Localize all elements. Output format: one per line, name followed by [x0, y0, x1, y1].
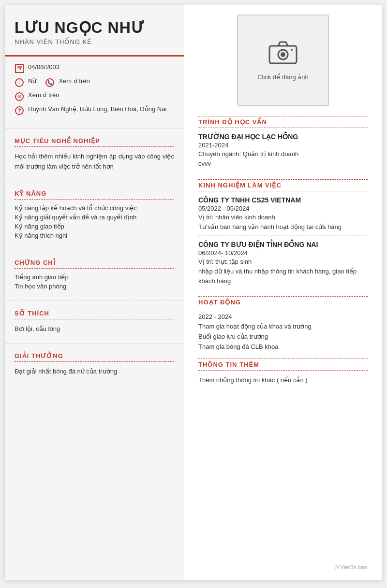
muc-tieu-text: Học hỏi thêm nhiều kinh nghiệm áp dụng v… — [15, 152, 174, 172]
address-icon: 📍 — [15, 106, 24, 115]
personal-info: 📅 04/08/2003 ♀ Nữ 📞 Xem ở trên ✉ Xem ở t… — [5, 57, 184, 124]
camera-icon — [268, 40, 298, 70]
dob-row: 📅 04/08/2003 — [15, 63, 174, 73]
so-thich-section: SỞ THÍCH Bơi lội, cầu lông — [5, 305, 184, 339]
job-1-desc: Tư vấn bán hàng vận hành hoạt động tại c… — [198, 222, 368, 232]
activity-3: Tham gia bóng đá CLB khoa — [198, 342, 368, 352]
giai-thuong-section: GIẢI THƯỞNG Đạt giải nhất bóng đá nữ của… — [5, 347, 184, 382]
giai-thuong-title: GIẢI THƯỞNG — [15, 352, 174, 362]
job-1-dates: 05/2022 - 05/2024 — [198, 205, 368, 212]
school-name: TRƯỜNG ĐẠI HỌC LẠC HỒNG — [198, 133, 368, 141]
activity-list: Tham gia hoạt động của khoa và trường Bu… — [198, 322, 368, 352]
skill-3: Kỹ năng giao tiếp — [15, 223, 174, 230]
school-note: cvvv — [198, 159, 368, 169]
thong-tin-text: Thêm những thông tin khác ( nếu cần ) — [198, 375, 368, 385]
kinh-nghiem-section: KINH NGHIỆM LÀM VIỆC CÔNG TY TNHH CS25 V… — [198, 179, 368, 290]
activity-1: Tham gia hoạt động của khoa và trường — [198, 322, 368, 332]
job-2-desc: nhập dữ liệu và thu nhập thông tin khách… — [198, 267, 368, 286]
candidate-name: LƯU NGỌC NHƯ — [15, 19, 174, 36]
so-thich-title: SỞ THÍCH — [15, 310, 174, 319]
calendar-icon: 📅 — [15, 64, 24, 73]
muc-tieu-section: MỤC TIÊU NGHỀ NGHIỆP Học hỏi thêm nhiều … — [5, 132, 184, 177]
hoat-dong-section: HOẠT ĐỘNG 2022 - 2024 Tham gia hoạt động… — [198, 296, 368, 352]
cert-1: Tiếng anh giao tiếp — [15, 273, 174, 281]
ky-nang-section: KỸ NĂNG Kỹ năng lập kế hoạch và tổ chức … — [5, 185, 184, 246]
job-title: NHÂN VIÊN THỐNG KÊ — [15, 38, 174, 45]
company-2-name: CÔNG TY BƯU ĐIỆN TỈNH ĐỒNG NAI — [198, 241, 368, 248]
job-2: CÔNG TY BƯU ĐIỆN TỈNH ĐỒNG NAI 06/2024- … — [198, 241, 368, 286]
chung-chi-section: CHỨNG CHỈ Tiếng anh giao tiếp Tin học vă… — [5, 254, 184, 297]
gender-row: ♀ Nữ 📞 Xem ở trên — [15, 77, 174, 87]
skill-4: Kỹ năng thích nghi — [15, 232, 174, 239]
trinh-do-title: TRÌNH ĐỘ HỌC VẤN — [198, 116, 368, 128]
email-icon: ✉ — [15, 92, 24, 101]
activity-2: Buổi giao lưu của trường — [198, 332, 368, 342]
gender-icon: ♀ — [15, 78, 24, 87]
cert-2: Tin học văn phòng — [15, 283, 174, 290]
school-years: 2021-2024 — [198, 142, 368, 149]
left-column: LƯU NGỌC NHƯ NHÂN VIÊN THỐNG KÊ 📅 04/08/… — [5, 5, 184, 580]
photo-upload[interactable]: Click để đăng ảnh — [237, 14, 329, 106]
hoat-dong-title: HOẠT ĐỘNG — [198, 296, 368, 308]
chung-chi-title: CHỨNG CHỈ — [15, 259, 174, 269]
dob-value: 04/08/2003 — [28, 63, 60, 71]
phone-value: Xem ở trên — [59, 77, 89, 85]
header-section: LƯU NGỌC NHƯ NHÂN VIÊN THỐNG KÊ — [5, 5, 184, 57]
job-1-position: Vị trí: nhân viên kinh doanh — [198, 214, 368, 221]
copyright: © Viec3s.com — [198, 559, 368, 570]
so-thich-text: Bơi lội, cầu lông — [15, 324, 174, 334]
hoat-dong-years: 2022 - 2024 — [198, 313, 368, 320]
job-1: CÔNG TY TNHH CS25 VIETNAM 05/2022 - 05/2… — [198, 196, 368, 232]
phone-icon: 📞 — [45, 78, 55, 87]
job-2-position: Vị trí: thực tập sinh — [198, 258, 368, 265]
svg-point-2 — [281, 52, 285, 57]
right-column: Click để đăng ảnh TRÌNH ĐỘ HỌC VẤN TRƯỜN… — [184, 5, 382, 580]
school-major: Chuyên ngành: Quản trị kinh doanh — [198, 150, 368, 158]
photo-label: Click để đăng ảnh — [257, 73, 309, 81]
skill-1: Kỹ năng lập kế hoạch và tổ chức công việ… — [15, 204, 174, 212]
skill-2: Kỹ năng giải quyết vấn đề và ra quyết đị… — [15, 214, 174, 221]
email-row: ✉ Xem ở trên — [15, 91, 174, 101]
trinh-do-section: TRÌNH ĐỘ HỌC VẤN TRƯỜNG ĐẠI HỌC LẠC HỒNG… — [198, 116, 368, 172]
job-2-dates: 06/2024- 10/2024 — [198, 249, 368, 257]
svg-point-3 — [291, 49, 293, 51]
thong-tin-section: THÔNG TIN THÊM Thêm những thông tin khác… — [198, 359, 368, 389]
ky-nang-title: KỸ NĂNG — [15, 190, 174, 200]
kinh-nghiem-title: KINH NGHIỆM LÀM VIỆC — [198, 179, 368, 191]
gender-value: Nữ — [28, 77, 36, 85]
giai-thuong-text: Đạt giải nhất bóng đá nữ của trường — [15, 367, 174, 377]
address-row: 📍 Huỳnh Văn Nghệ, Bửu Long, Biên Hoà, Đồ… — [15, 105, 174, 115]
email-value: Xem ở trên — [28, 91, 59, 99]
company-1-name: CÔNG TY TNHH CS25 VIETNAM — [198, 196, 368, 204]
thong-tin-title: THÔNG TIN THÊM — [198, 359, 368, 371]
muc-tieu-title: MỤC TIÊU NGHỀ NGHIỆP — [15, 137, 174, 147]
address-value: Huỳnh Văn Nghệ, Bửu Long, Biên Hoà, Đồng… — [28, 105, 166, 113]
